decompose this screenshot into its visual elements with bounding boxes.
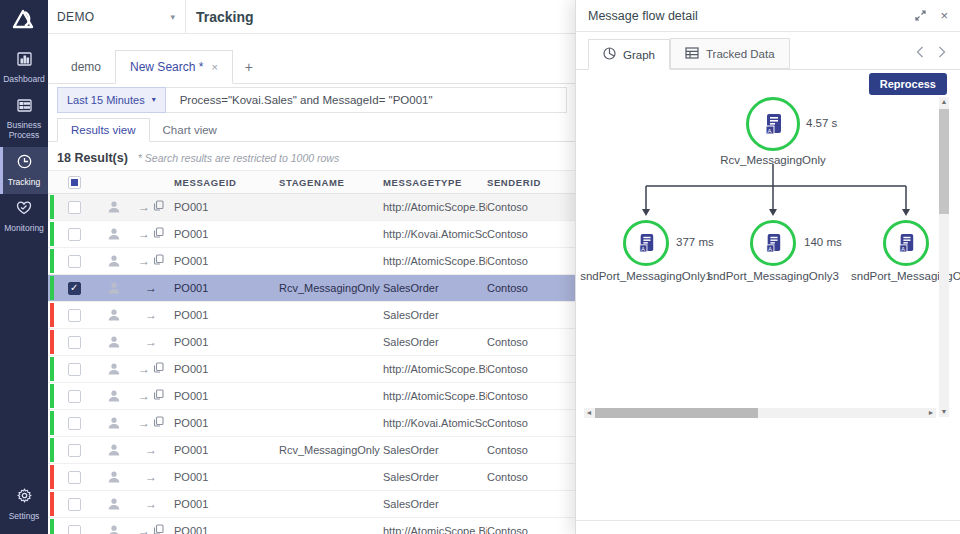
row-checkbox[interactable] <box>68 390 81 403</box>
cell-messagetype: http://Kovai.AtomicSc... <box>383 417 487 429</box>
horizontal-scroll-thumb[interactable] <box>595 408 758 418</box>
copy-icon[interactable] <box>153 227 164 241</box>
table-row[interactable]: →PO001http://AtomicScope.Bi...Contoso <box>48 518 575 534</box>
sidebar-item-settings[interactable]: Settings <box>0 481 48 528</box>
copy-icon[interactable] <box>153 416 164 430</box>
panel-tab-strip: Graph Tracked Data <box>576 32 960 70</box>
tab-graph[interactable]: Graph <box>588 39 670 70</box>
environment-dropdown[interactable]: DEMO ▾ <box>48 10 185 24</box>
table-row[interactable]: →PO001http://Kovai.AtomicSc...Contoso <box>48 410 575 437</box>
tab-chart-view[interactable]: Chart view <box>150 119 230 141</box>
vertical-scroll-thumb[interactable] <box>939 109 949 214</box>
next-arrow-icon[interactable] <box>938 44 946 62</box>
table-row[interactable]: →PO001http://AtomicScope.Bi...Contoso <box>48 248 575 275</box>
cell-senderid: Contoso <box>487 336 575 348</box>
row-checkbox[interactable] <box>68 336 81 349</box>
copy-icon[interactable] <box>153 254 164 268</box>
cell-messagetype: SalesOrder <box>383 444 487 456</box>
row-checkbox[interactable] <box>68 309 81 322</box>
row-checkbox[interactable] <box>68 525 81 534</box>
flow-node-root[interactable]: A <box>746 97 800 151</box>
row-status-bar <box>50 519 54 534</box>
row-checkbox[interactable] <box>68 471 81 484</box>
search-query-input[interactable]: Process="Kovai.Sales" and MessageId= "PO… <box>180 94 433 106</box>
sidebar-item-dashboard[interactable]: Dashboard <box>0 45 48 91</box>
tab-new-search[interactable]: New Search * × <box>115 50 233 84</box>
row-checkbox[interactable] <box>68 255 81 268</box>
sidebar-item-monitoring[interactable]: Monitoring <box>0 194 48 240</box>
column-header-messageid[interactable]: MESSAGEID <box>174 177 279 188</box>
sidebar-item-label: Dashboard <box>3 74 45 85</box>
copy-icon[interactable] <box>153 200 164 214</box>
time-range-dropdown[interactable]: Last 15 Minutes ▾ <box>57 87 166 113</box>
table-row[interactable]: →PO001SalesOrderContoso <box>48 464 575 491</box>
flow-arrow-icon: → <box>138 524 150 534</box>
results-note: * Search results are restricted to 1000 … <box>138 152 339 164</box>
table-row[interactable]: →PO001SalesOrderContoso <box>48 329 575 356</box>
scroll-left-icon[interactable]: ◄ <box>584 408 594 418</box>
column-header-senderid[interactable]: SENDERID <box>487 177 575 188</box>
vertical-scrollbar[interactable]: ▲ ▼ <box>939 97 949 417</box>
flow-arrow-icon: → <box>145 470 157 484</box>
app-logo-icon <box>11 7 37 35</box>
column-header-messagetype[interactable]: MESSAGETYPE <box>383 177 487 188</box>
copy-icon[interactable] <box>153 362 164 376</box>
row-status-bar <box>50 276 54 300</box>
app-root: Dashboard Business Process Tracking Moni… <box>0 0 960 534</box>
row-checkbox[interactable] <box>68 228 81 241</box>
expand-icon[interactable] <box>915 7 926 25</box>
table-row[interactable]: →PO001Rcv_MessagingOnlySalesOrderContoso <box>48 437 575 464</box>
flow-node-child-2[interactable]: A <box>750 220 796 266</box>
cell-senderid: Contoso <box>487 471 575 483</box>
horizontal-scrollbar[interactable]: ◄ ► <box>584 408 936 418</box>
flow-node-child-1[interactable]: A <box>623 220 669 266</box>
tab-tracked-data[interactable]: Tracked Data <box>670 38 790 69</box>
row-status-bar <box>50 465 54 489</box>
sidebar-item-business-process[interactable]: Business Process <box>0 91 48 147</box>
table-row[interactable]: →PO001SalesOrder <box>48 491 575 518</box>
table-row[interactable]: →PO001http://AtomicScope.Bi...Contoso <box>48 194 575 221</box>
column-header-stagename[interactable]: STAGENAME <box>279 177 383 188</box>
user-icon <box>100 362 128 376</box>
add-tab-button[interactable]: + <box>233 51 265 83</box>
cell-messagetype: SalesOrder <box>383 282 487 294</box>
copy-icon[interactable] <box>153 389 164 403</box>
cell-senderid: Contoso <box>487 525 575 534</box>
table-row[interactable]: →PO001http://AtomicScope.Bi...Contoso <box>48 356 575 383</box>
table-row[interactable]: →PO001http://Kovai.AtomicSc...Contoso <box>48 221 575 248</box>
row-checkbox[interactable] <box>68 444 81 457</box>
scroll-down-icon[interactable]: ▼ <box>939 407 949 417</box>
row-checkbox[interactable] <box>68 417 81 430</box>
sidebar-item-label: Tracking <box>8 177 40 188</box>
copy-icon[interactable] <box>153 524 164 534</box>
row-checkbox[interactable] <box>68 282 81 295</box>
chevron-down-icon: ▾ <box>152 95 156 104</box>
node-duration: 4.57 s <box>806 117 837 129</box>
close-tab-icon[interactable]: × <box>211 61 217 73</box>
select-all-checkbox[interactable] <box>68 176 81 189</box>
prev-arrow-icon[interactable] <box>916 44 924 62</box>
cell-senderid: Contoso <box>487 390 575 402</box>
reprocess-button[interactable]: Reprocess <box>869 73 947 95</box>
scroll-up-icon[interactable]: ▲ <box>939 97 949 107</box>
row-status-bar <box>50 249 54 273</box>
table-row[interactable]: →PO001SalesOrder <box>48 302 575 329</box>
cell-senderid: Contoso <box>487 417 575 429</box>
svg-text:A: A <box>641 245 645 251</box>
table-row[interactable]: →PO001http://AtomicScope.Bi...Contoso <box>48 383 575 410</box>
scroll-right-icon[interactable]: ► <box>926 408 936 418</box>
gear-icon <box>17 488 32 507</box>
sidebar-item-label: Settings <box>9 511 40 522</box>
sidebar-item-tracking[interactable]: Tracking <box>0 147 48 194</box>
svg-text:A: A <box>768 245 772 251</box>
row-checkbox[interactable] <box>68 498 81 511</box>
tab-demo[interactable]: demo <box>57 51 115 83</box>
tab-tracked-data-label: Tracked Data <box>706 48 775 60</box>
table-row[interactable]: →PO001Rcv_MessagingOnlySalesOrderContoso <box>48 275 575 302</box>
tab-results-view[interactable]: Results view <box>57 118 150 142</box>
close-icon[interactable]: × <box>940 8 948 23</box>
flow-node-child-3[interactable]: A <box>883 220 929 266</box>
flow-arrow-icon: → <box>145 308 157 322</box>
row-checkbox[interactable] <box>68 363 81 376</box>
row-checkbox[interactable] <box>68 201 81 214</box>
